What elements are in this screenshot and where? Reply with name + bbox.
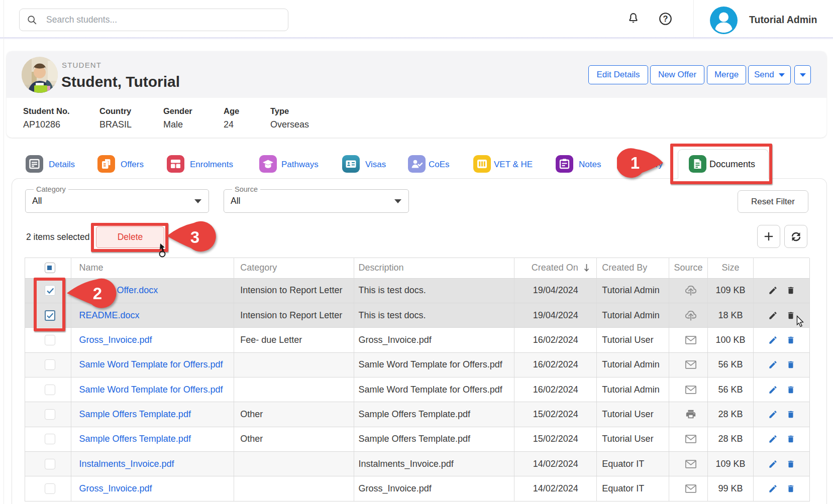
svg-text:2: 2 [93,284,102,303]
svg-text:?: ? [663,14,668,23]
svg-text:1: 1 [631,154,640,172]
svg-text:3: 3 [190,228,199,246]
